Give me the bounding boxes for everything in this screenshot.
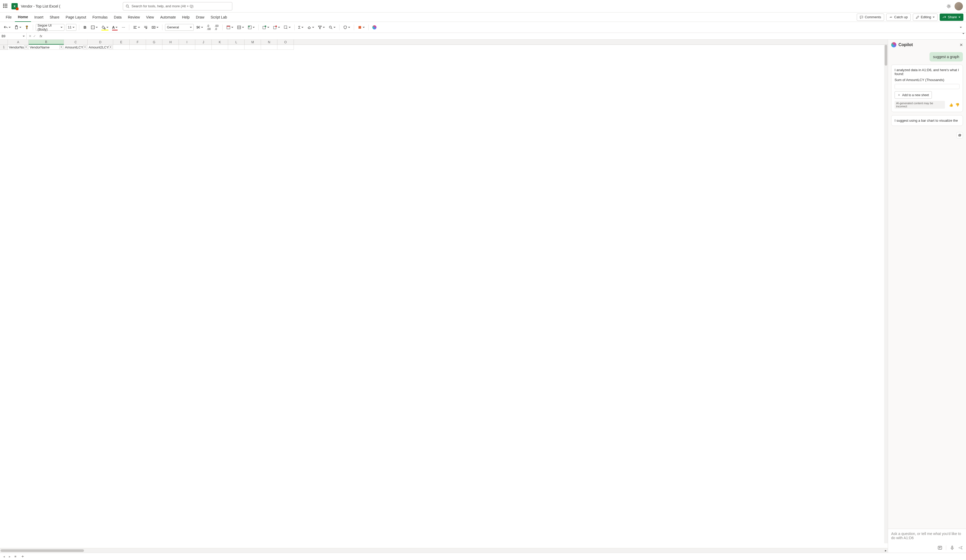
find-button[interactable] bbox=[327, 24, 337, 31]
user-avatar[interactable] bbox=[955, 2, 963, 10]
vertical-scrollbar[interactable] bbox=[884, 45, 888, 543]
fill-color-button[interactable] bbox=[100, 24, 110, 31]
formula-input[interactable] bbox=[44, 33, 961, 39]
more-font-button[interactable]: ⋯ bbox=[120, 24, 127, 31]
addins-button[interactable] bbox=[356, 24, 366, 31]
cell-L1[interactable] bbox=[228, 45, 245, 50]
ribbon-tab-draw[interactable]: Draw bbox=[193, 13, 207, 22]
ribbon-tab-formulas[interactable]: Formulas bbox=[89, 13, 110, 22]
filter-button[interactable] bbox=[109, 45, 112, 49]
send-icon[interactable] bbox=[958, 545, 963, 550]
autosum-button[interactable]: Σ bbox=[297, 24, 304, 31]
cell-E1[interactable] bbox=[113, 45, 130, 50]
scrollbar-thumb[interactable] bbox=[885, 45, 887, 65]
scroll-right-arrow[interactable]: ▸ bbox=[884, 549, 888, 552]
ribbon-tab-data[interactable]: Data bbox=[111, 13, 125, 22]
confirm-formula-icon[interactable]: ✓ bbox=[33, 34, 36, 38]
merge-button[interactable] bbox=[150, 24, 159, 31]
sheet-menu-button[interactable]: ≡ bbox=[13, 555, 18, 558]
column-header-K[interactable]: K bbox=[212, 39, 228, 44]
cancel-formula-icon[interactable]: ✕ bbox=[29, 34, 31, 38]
insert-cells-button[interactable]: + bbox=[261, 24, 270, 31]
column-header-O[interactable]: O bbox=[278, 39, 294, 44]
cell-B1[interactable]: VendorName bbox=[29, 45, 64, 50]
copilot-input[interactable] bbox=[891, 532, 963, 543]
settings-icon[interactable] bbox=[946, 4, 951, 9]
cell-M1[interactable] bbox=[245, 45, 261, 50]
refresh-button[interactable] bbox=[957, 132, 963, 138]
delete-cells-button[interactable]: − bbox=[272, 24, 281, 31]
cell-A1[interactable]: VendorNo bbox=[8, 45, 29, 50]
format-cells-button[interactable] bbox=[283, 24, 292, 31]
cell-G1[interactable] bbox=[146, 45, 163, 50]
ribbon-tab-page-layout[interactable]: Page Layout bbox=[62, 13, 89, 22]
ribbon-tab-insert[interactable]: Insert bbox=[31, 13, 46, 22]
paste-button[interactable] bbox=[13, 24, 22, 31]
column-header-H[interactable]: H bbox=[163, 39, 179, 44]
copilot-toolbar-button[interactable] bbox=[371, 24, 378, 31]
cell-styles-button[interactable] bbox=[246, 24, 256, 31]
ribbon-tab-automate[interactable]: Automate bbox=[157, 13, 179, 22]
cell-J1[interactable] bbox=[195, 45, 212, 50]
ribbon-tab-file[interactable]: File bbox=[3, 13, 15, 22]
ribbon-tab-script-lab[interactable]: Script Lab bbox=[207, 13, 230, 22]
ribbon-tab-review[interactable]: Review bbox=[125, 13, 143, 22]
column-header-C[interactable]: C bbox=[64, 39, 88, 44]
column-header-E[interactable]: E bbox=[113, 39, 130, 44]
number-format-select[interactable]: General bbox=[165, 24, 194, 31]
horizontal-scrollbar[interactable] bbox=[0, 549, 84, 552]
column-header-L[interactable]: L bbox=[228, 39, 245, 44]
close-icon[interactable]: ✕ bbox=[959, 43, 963, 47]
thumbs-down-icon[interactable]: 👎 bbox=[955, 103, 959, 107]
ribbon-tab-home[interactable]: Home bbox=[15, 13, 31, 22]
filter-button[interactable] bbox=[59, 45, 63, 49]
bold-button[interactable]: B bbox=[82, 24, 88, 31]
font-color-button[interactable]: A bbox=[111, 24, 118, 31]
align-button[interactable] bbox=[132, 24, 141, 31]
cell-H1[interactable] bbox=[163, 45, 179, 50]
font-name-select[interactable]: Segoe UI (Body) bbox=[36, 24, 64, 31]
comments-button[interactable]: Comments bbox=[857, 13, 884, 21]
sensitivity-button[interactable] bbox=[342, 24, 351, 31]
sheet-nav-next[interactable]: ▸ bbox=[7, 555, 12, 558]
cell-K1[interactable] bbox=[212, 45, 228, 50]
filter-button[interactable] bbox=[24, 45, 28, 49]
cell-C1[interactable]: AmountLCY bbox=[64, 45, 88, 50]
undo-button[interactable] bbox=[3, 24, 12, 31]
search-box[interactable]: Search for tools, help, and more (Alt + … bbox=[123, 2, 232, 10]
ribbon-tab-share[interactable]: Share bbox=[46, 13, 62, 22]
sheet-nav-prev[interactable]: ◂ bbox=[2, 555, 6, 558]
conditional-format-button[interactable] bbox=[225, 24, 234, 31]
filter-button[interactable] bbox=[83, 45, 87, 49]
column-header-B[interactable]: B bbox=[29, 39, 64, 44]
clear-button[interactable] bbox=[306, 24, 315, 31]
cell-F1[interactable] bbox=[130, 45, 146, 50]
ribbon-tab-help[interactable]: Help bbox=[179, 13, 193, 22]
ribbon-tab-view[interactable]: View bbox=[143, 13, 157, 22]
prompt-guide-icon[interactable] bbox=[938, 545, 942, 550]
decrease-decimal-button[interactable]: .00.0 bbox=[214, 24, 220, 31]
cell-O1[interactable] bbox=[278, 45, 294, 50]
font-size-select[interactable]: 11 bbox=[66, 24, 76, 31]
column-header-F[interactable]: F bbox=[130, 39, 146, 44]
wrap-text-button[interactable] bbox=[143, 24, 149, 31]
column-header-D[interactable]: D bbox=[88, 39, 113, 44]
add-to-sheet-button[interactable]: ＋ Add to a new sheet bbox=[895, 91, 932, 99]
document-title[interactable]: Vendor - Top List Excel ( bbox=[21, 4, 60, 8]
cell-D1[interactable]: Amount2LCY bbox=[88, 45, 113, 50]
share-button[interactable]: Share bbox=[940, 13, 963, 21]
app-launcher-icon[interactable] bbox=[3, 4, 8, 9]
fx-icon[interactable]: fx bbox=[38, 34, 44, 38]
formula-expand-button[interactable] bbox=[961, 34, 966, 38]
editing-mode-button[interactable]: Editing bbox=[913, 13, 938, 21]
row-header-1[interactable]: 1 bbox=[0, 45, 8, 50]
column-header-J[interactable]: J bbox=[195, 39, 212, 44]
column-header-A[interactable]: A bbox=[8, 39, 29, 44]
sort-filter-button[interactable] bbox=[317, 24, 326, 31]
microphone-icon[interactable] bbox=[950, 545, 955, 550]
format-painter-button[interactable] bbox=[24, 24, 30, 31]
increase-decimal-button[interactable]: .0.00 bbox=[206, 24, 212, 31]
cell-N1[interactable] bbox=[261, 45, 278, 50]
currency-button[interactable]: $€ bbox=[195, 24, 204, 31]
select-all-corner[interactable] bbox=[0, 39, 8, 45]
